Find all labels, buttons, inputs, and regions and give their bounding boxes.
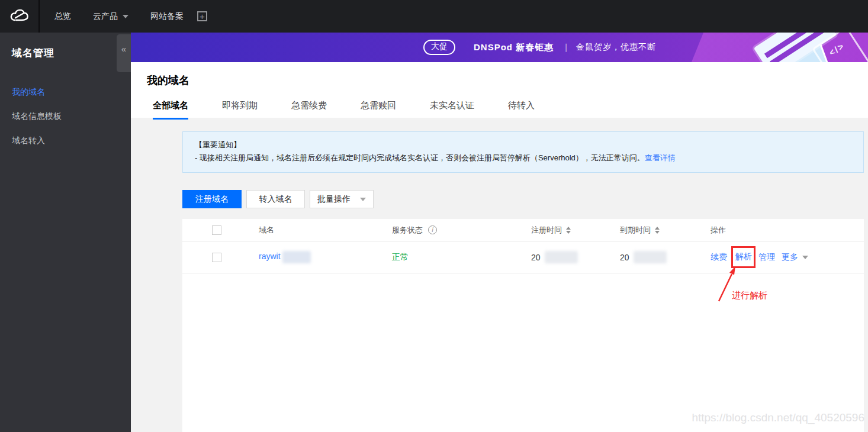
nav-add-shortcut[interactable]: +	[205, 11, 207, 21]
table-row: raywit 正常 20 20 续费 解析 管理 更多	[182, 241, 864, 273]
column-header-expire-time: 到期时间	[620, 225, 651, 236]
sidebar-item-domain-info-template[interactable]: 域名信息模板	[0, 104, 131, 128]
promo-banner[interactable]: </> 大促 DNSPod 新春钜惠 ｜ 金鼠贺岁，优惠不断	[131, 33, 868, 62]
console-screen: 总览 云产品 网站备案 + 域名管理 我的域名 域名信息模板 域名转入 « </…	[0, 0, 868, 432]
more-link-label: 更多	[782, 252, 798, 263]
view-details-link[interactable]: 查看详情	[645, 153, 676, 162]
page-header: 我的域名 全部域名 即将到期 急需续费 急需赎回 未实名认证 待转入	[131, 62, 868, 118]
nav-cloud-products[interactable]: 云产品	[93, 11, 128, 22]
batch-operations-dropdown[interactable]: 批量操作	[310, 190, 374, 208]
banner-illustration: </>	[738, 33, 868, 62]
domain-name-link[interactable]: raywit	[259, 252, 281, 261]
toolbar: 注册域名 转入域名 批量操作	[182, 190, 864, 208]
sidebar-title: 域名管理	[0, 33, 131, 60]
sidebar-item-my-domains[interactable]: 我的域名	[0, 80, 131, 104]
transfer-in-domain-button[interactable]: 转入域名	[246, 190, 305, 208]
tencent-cloud-logo[interactable]	[0, 0, 40, 33]
tab-pending-transfer[interactable]: 待转入	[508, 100, 535, 120]
nav-cloud-products-label: 云产品	[93, 11, 118, 22]
cloud-logo-icon	[8, 7, 31, 26]
tab-urgent-redemption[interactable]: 急需赎回	[361, 100, 396, 120]
resolve-link[interactable]: 解析	[735, 252, 752, 261]
tab-all-domains[interactable]: 全部域名	[153, 100, 188, 120]
main-content: 我的域名 全部域名 即将到期 急需续费 急需赎回 未实名认证 待转入 【重要通知…	[131, 62, 868, 432]
top-navbar: 总览 云产品 网站备案 +	[0, 0, 868, 33]
redacted-expire-time	[634, 251, 667, 263]
sidebar-item-domain-transfer-in[interactable]: 域名转入	[0, 128, 131, 153]
tab-urgent-renewal[interactable]: 急需续费	[291, 100, 327, 120]
select-all-checkbox[interactable]	[212, 225, 221, 235]
collapse-chevrons-icon: «	[121, 44, 126, 54]
sort-icon[interactable]	[566, 227, 571, 234]
status-badge: 正常	[392, 252, 409, 263]
banner-text: 大促 DNSPod 新春钜惠 ｜ 金鼠贺岁，优惠不断	[423, 33, 656, 62]
register-domain-button[interactable]: 注册域名	[182, 190, 242, 208]
domains-table: 域名 服务状态 i 注册时间 到期时间 操作	[182, 219, 864, 432]
batch-operations-label: 批量操作	[317, 194, 351, 205]
notice-body-line: - 现接相关注册局通知，域名注册后必须在规定时间内完成域名实名认证，否则会被注册…	[195, 151, 851, 165]
chevron-down-icon	[360, 198, 366, 201]
renew-link[interactable]: 续费	[711, 252, 727, 263]
important-notice: 【重要通知】 - 现接相关注册局通知，域名注册后必须在规定时间内完成域名实名认证…	[182, 131, 864, 173]
manage-link[interactable]: 管理	[758, 252, 775, 263]
column-header-register-time: 注册时间	[531, 225, 562, 236]
redacted-register-time	[545, 251, 578, 263]
table-header-row: 域名 服务状态 i 注册时间 到期时间 操作	[182, 219, 864, 241]
annotation-label: 进行解析	[732, 290, 767, 301]
banner-separator: ｜	[562, 42, 570, 53]
chevron-down-icon	[123, 15, 128, 18]
content-body: 【重要通知】 - 现接相关注册局通知，域名注册后必须在规定时间内完成域名实名认证…	[131, 118, 868, 432]
tab-expiring-soon[interactable]: 即将到期	[222, 100, 258, 120]
page-title: 我的域名	[147, 62, 868, 88]
nav-overview[interactable]: 总览	[54, 11, 71, 22]
column-header-service-status: 服务状态	[392, 225, 423, 236]
promo-badge: 大促	[423, 40, 455, 55]
banner-subtitle: 金鼠贺岁，优惠不断	[576, 42, 656, 53]
more-dropdown[interactable]: 更多	[782, 252, 808, 263]
annotation-highlight-box: 解析	[731, 246, 756, 268]
domain-tabs: 全部域名 即将到期 急需续费 急需赎回 未实名认证 待转入	[153, 100, 868, 120]
column-header-actions: 操作	[711, 225, 864, 236]
watermark: https://blog.csdn.net/qq_40520596	[692, 411, 864, 424]
redacted-domain-suffix	[282, 251, 311, 263]
chevron-down-icon	[802, 256, 808, 259]
sort-icon[interactable]	[655, 227, 660, 234]
register-time-value: 20	[531, 253, 541, 262]
tab-unverified[interactable]: 未实名认证	[430, 100, 474, 120]
sidebar-collapse-button[interactable]: «	[117, 34, 131, 72]
row-checkbox[interactable]	[212, 253, 221, 262]
notice-title: 【重要通知】	[195, 138, 851, 151]
banner-title: DNSPod 新春钜惠	[474, 42, 554, 53]
top-nav-menu: 总览 云产品 网站备案 +	[40, 0, 207, 33]
expire-time-value: 20	[620, 253, 629, 262]
sidebar: 域名管理 我的域名 域名信息模板 域名转入 «	[0, 33, 131, 432]
nav-website-filing[interactable]: 网站备案	[150, 11, 184, 22]
column-header-domain: 域名	[259, 225, 392, 236]
sidebar-menu: 我的域名 域名信息模板 域名转入	[0, 80, 131, 153]
notice-body: - 现接相关注册局通知，域名注册后必须在规定时间内完成域名实名认证，否则会被注册…	[195, 153, 645, 162]
info-icon[interactable]: i	[428, 225, 437, 234]
add-shortcut-icon: +	[197, 11, 207, 21]
